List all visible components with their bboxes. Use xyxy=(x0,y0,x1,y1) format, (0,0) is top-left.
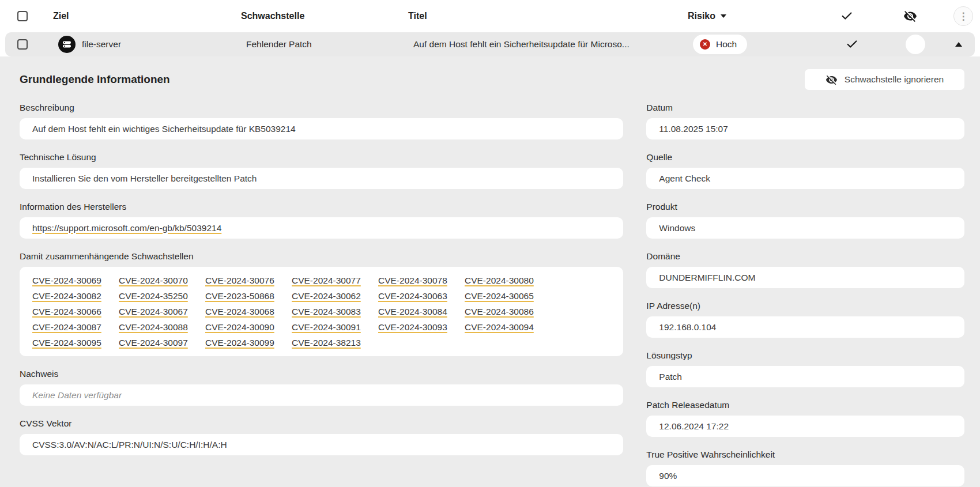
check-icon xyxy=(840,10,853,22)
column-header-risiko[interactable]: Risiko xyxy=(680,11,818,21)
cve-link[interactable]: CVE-2024-30062 xyxy=(292,290,361,301)
ignore-toggle[interactable] xyxy=(906,35,925,54)
field-value: 12.06.2024 17:22 xyxy=(646,416,964,437)
technische-loesung-value: Installieren Sie den vom Hersteller bere… xyxy=(32,173,257,184)
column-header-ignored[interactable] xyxy=(876,9,945,23)
field-value: Patch xyxy=(646,366,964,387)
detail-field: Produkt Windows xyxy=(646,202,964,239)
cve-link[interactable]: CVE-2024-30086 xyxy=(465,306,534,317)
cve-link[interactable]: CVE-2024-30082 xyxy=(32,290,101,301)
detail-field: True Positive Wahrscheinlichkeit 90% xyxy=(646,450,964,486)
ignore-button-label: Schwachstelle ignorieren xyxy=(845,74,944,85)
detail-field: Patch Releasedatum 12.06.2024 17:22 xyxy=(646,400,964,437)
cve-link[interactable]: CVE-2024-30065 xyxy=(465,290,534,301)
cve-link[interactable]: CVE-2024-30066 xyxy=(32,306,101,317)
column-label-titel: Titel xyxy=(408,11,427,21)
detail-column-left: Beschreibung Auf dem Host fehlt ein wich… xyxy=(20,90,623,486)
related-cves-box: CVE-2024-30069CVE-2024-30070CVE-2024-300… xyxy=(20,267,623,356)
cve-link[interactable]: CVE-2024-30063 xyxy=(378,290,447,301)
cve-link[interactable]: CVE-2024-30091 xyxy=(292,322,361,333)
row-checkbox[interactable] xyxy=(17,39,28,50)
collapse-chevron-icon[interactable] xyxy=(955,42,962,47)
cvss-value: CVSS:3.0/AV:N/AC:L/PR:N/UI:N/S:U/C:H/I:H… xyxy=(32,440,227,450)
field-beschreibung: Auf dem Host fehlt ein wichtiges Sicherh… xyxy=(20,118,623,139)
cve-link[interactable]: CVE-2024-35250 xyxy=(119,290,188,301)
field-value: 192.168.0.104 xyxy=(646,316,964,338)
vulnerability-type: Fehlender Patch xyxy=(246,39,312,50)
row-resolved-cell xyxy=(823,38,881,51)
more-menu-button[interactable]: ⋮ xyxy=(953,6,973,26)
cve-link[interactable]: CVE-2024-30094 xyxy=(465,322,534,333)
field-value-text: 192.168.0.104 xyxy=(659,322,716,333)
column-header-resolved[interactable] xyxy=(818,10,876,22)
column-header-schwachstelle[interactable]: Schwachstelle xyxy=(233,11,400,21)
cve-link[interactable]: CVE-2024-30077 xyxy=(292,275,361,286)
column-label-ziel: Ziel xyxy=(53,11,69,21)
cve-link[interactable]: CVE-2024-38213 xyxy=(292,337,361,348)
cve-link[interactable]: CVE-2024-30087 xyxy=(32,322,101,333)
cve-link[interactable]: CVE-2024-30068 xyxy=(205,306,274,317)
cve-link[interactable]: CVE-2024-30097 xyxy=(119,337,188,348)
cve-link[interactable]: CVE-2024-30084 xyxy=(378,306,447,317)
field-label-related-cves: Damit zusammenhängende Schwachstellen xyxy=(20,251,623,262)
field-label: Domäne xyxy=(646,251,964,262)
field-technische-loesung: Installieren Sie den vom Hersteller bere… xyxy=(20,168,623,189)
row-risk-cell: ✕ Hoch xyxy=(685,35,823,54)
cve-link[interactable]: CVE-2024-30095 xyxy=(32,337,101,348)
field-label-nachweis: Nachweis xyxy=(20,369,623,379)
vulnerability-row[interactable]: file-server Fehlender Patch Auf dem Host… xyxy=(5,32,975,56)
select-all-checkbox[interactable] xyxy=(17,11,28,21)
cve-link[interactable]: CVE-2024-30083 xyxy=(292,306,361,317)
header-checkbox-cell xyxy=(0,11,45,21)
field-value: DUNDERMIFFLIN.COM xyxy=(646,267,964,288)
cve-link[interactable]: CVE-2024-30093 xyxy=(378,322,447,333)
cve-link[interactable]: CVE-2024-30078 xyxy=(378,275,447,286)
row-collapse-cell xyxy=(950,42,975,47)
cve-link[interactable]: CVE-2024-30076 xyxy=(205,275,274,286)
cve-link[interactable]: CVE-2024-30067 xyxy=(119,306,188,317)
row-title-cell: Auf dem Host fehlt ein Sicherheitsupdate… xyxy=(405,39,685,50)
vendor-info-link[interactable]: https://support.microsoft.com/en-gb/kb/5… xyxy=(32,223,221,233)
ignore-vulnerability-button[interactable]: Schwachstelle ignorieren xyxy=(805,69,964,90)
field-label: Produkt xyxy=(646,202,964,212)
column-label-risiko: Risiko xyxy=(688,11,715,21)
cve-link[interactable]: CVE-2024-30090 xyxy=(205,322,274,333)
vulnerability-title: Auf dem Host fehlt ein Sicherheitsupdate… xyxy=(413,39,630,50)
cve-link[interactable]: CVE-2024-30099 xyxy=(205,337,274,348)
section-title: Grundlegende Informationen xyxy=(20,73,170,86)
cve-link[interactable]: CVE-2024-30088 xyxy=(119,322,188,333)
beschreibung-value: Auf dem Host fehlt ein wichtiges Sicherh… xyxy=(32,124,296,134)
field-label: Lösungstyp xyxy=(646,350,964,361)
sort-desc-icon xyxy=(721,14,726,18)
field-label: Datum xyxy=(646,103,964,113)
check-icon[interactable] xyxy=(846,38,858,51)
cve-link[interactable]: CVE-2024-30069 xyxy=(32,275,101,286)
field-value: 11.08.2025 15:07 xyxy=(646,118,964,139)
eye-off-icon xyxy=(826,74,838,86)
cve-link[interactable]: CVE-2024-30070 xyxy=(119,275,188,286)
field-value: 90% xyxy=(646,465,964,486)
field-label-hersteller-info: Information des Herstellers xyxy=(20,202,623,212)
field-hersteller-info: https://support.microsoft.com/en-gb/kb/5… xyxy=(20,217,623,239)
risk-label: Hoch xyxy=(716,39,737,50)
header-menu-cell: ⋮ xyxy=(945,6,980,26)
detail-column-right: Datum 11.08.2025 15:07 Quelle Agent Chec… xyxy=(646,90,964,486)
field-label: Quelle xyxy=(646,152,964,163)
row-vulnerability-cell: Fehlender Patch xyxy=(238,39,405,50)
detail-field: Domäne DUNDERMIFFLIN.COM xyxy=(646,251,964,288)
detail-field: Quelle Agent Check xyxy=(646,152,964,189)
column-header-titel[interactable]: Titel xyxy=(400,11,680,21)
field-value-text: 11.08.2025 15:07 xyxy=(659,124,728,134)
column-header-ziel[interactable]: Ziel xyxy=(45,11,233,21)
field-value-text: Agent Check xyxy=(659,173,710,184)
detail-panel: Grundlegende Informationen Schwachstelle… xyxy=(0,56,980,487)
field-label: True Positive Wahrscheinlichkeit xyxy=(646,450,964,460)
risk-badge: ✕ Hoch xyxy=(693,35,747,54)
cve-link[interactable]: CVE-2023-50868 xyxy=(205,290,274,301)
cve-link[interactable]: CVE-2024-30080 xyxy=(465,275,534,286)
risk-high-icon: ✕ xyxy=(700,39,710,50)
field-value-text: Patch xyxy=(659,372,682,382)
detail-field: Lösungstyp Patch xyxy=(646,350,964,387)
field-label: IP Adresse(n) xyxy=(646,301,964,311)
column-label-schwachstelle: Schwachstelle xyxy=(241,11,304,21)
